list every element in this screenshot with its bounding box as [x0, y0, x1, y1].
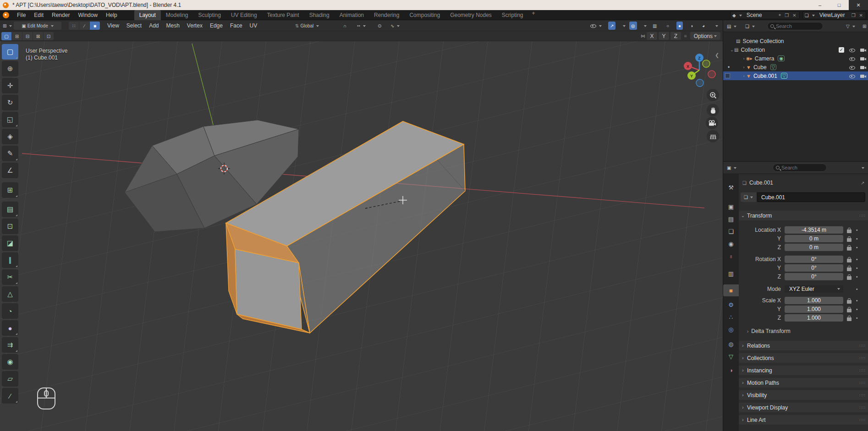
- show-object-types-dropdown[interactable]: [588, 22, 604, 30]
- show-gizmo-button[interactable]: ↗: [608, 22, 615, 30]
- disable-render-icon[interactable]: [860, 73, 866, 79]
- menu-face[interactable]: Face: [226, 22, 246, 29]
- navigation-gizmo[interactable]: Z X Y: [684, 54, 715, 87]
- tool-poly-build[interactable]: △: [2, 286, 18, 302]
- snap-toggle-button[interactable]: ∩: [341, 22, 348, 30]
- menu-edit[interactable]: Edit: [30, 10, 48, 20]
- menu-render[interactable]: Render: [48, 10, 74, 20]
- tool-rotate[interactable]: ↻: [2, 95, 18, 110]
- tab-uv-editing[interactable]: UV Editing: [226, 10, 262, 20]
- select-subtract-icon[interactable]: ⊟: [22, 32, 33, 40]
- tab-view-layer[interactable]: ❏: [723, 225, 739, 237]
- tool-shear[interactable]: ▱: [2, 371, 18, 387]
- location-y-field[interactable]: 0 m: [785, 235, 843, 242]
- sidebar-collapse-arrow[interactable]: ❮: [715, 52, 719, 58]
- face-select-icon[interactable]: ■: [90, 22, 100, 30]
- outliner-row-scene-collection[interactable]: ▤ Scene Collection: [723, 37, 868, 45]
- outliner-row-collection[interactable]: ⌄ ▤ Collection ✓: [723, 45, 868, 54]
- tool-rip-region[interactable]: ∕: [2, 388, 18, 404]
- animate-dot[interactable]: •: [856, 245, 858, 250]
- menu-mesh[interactable]: Mesh: [163, 22, 183, 29]
- tab-particles[interactable]: ∴: [723, 311, 739, 323]
- close-button[interactable]: ✕: [849, 0, 868, 10]
- properties-search[interactable]: [773, 164, 827, 172]
- location-z-field[interactable]: 0 m: [785, 244, 843, 251]
- link-arrow-icon[interactable]: ↗: [861, 180, 864, 185]
- outliner-search-input[interactable]: [776, 23, 820, 29]
- tool-select-box[interactable]: ▢: [2, 44, 18, 60]
- tab-object[interactable]: ■: [723, 284, 739, 296]
- viewlayer-selector[interactable]: ❏ ViewLayer ❐ ✕: [802, 11, 866, 19]
- camera-view-button[interactable]: [706, 117, 718, 129]
- scene-selector[interactable]: ◆ Scene ⌖ ❐ ✕: [730, 11, 800, 19]
- tool-move[interactable]: ✛: [2, 78, 18, 93]
- menu-vertex[interactable]: Vertex: [183, 22, 206, 29]
- menu-help[interactable]: Help: [102, 10, 121, 20]
- animate-dot[interactable]: •: [856, 236, 858, 241]
- tab-collection[interactable]: ▥: [723, 267, 739, 279]
- properties-editor-type-button[interactable]: ▣: [725, 164, 738, 172]
- minimize-button[interactable]: –: [810, 0, 830, 10]
- rotation-x-field[interactable]: 0°: [785, 256, 843, 263]
- menu-uv[interactable]: UV: [246, 22, 261, 29]
- panel-grip-icon[interactable]: ∷∷: [860, 344, 866, 348]
- chevron-right-icon[interactable]: ›: [742, 74, 746, 78]
- shading-wireframe-button[interactable]: ○: [665, 22, 671, 30]
- tab-texture-paint[interactable]: Texture Paint: [262, 10, 304, 20]
- tab-tool[interactable]: ⚒: [723, 181, 739, 193]
- tab-output[interactable]: ▤: [723, 213, 739, 225]
- delete-scene-icon[interactable]: ✕: [791, 13, 797, 18]
- tab-compositing[interactable]: Compositing: [404, 10, 445, 20]
- outliner-row-cube001[interactable]: › ▼ Cube.001 ▽: [723, 71, 868, 80]
- breadcrumb-object-name[interactable]: Cube.001: [749, 180, 773, 186]
- shading-material-button[interactable]: ◑: [688, 22, 695, 30]
- panel-collections[interactable]: ›Collections∷∷: [739, 353, 868, 363]
- menu-view[interactable]: View: [104, 22, 123, 29]
- tool-inset-faces[interactable]: ⊡: [2, 218, 18, 234]
- tool-loop-cut[interactable]: ∥: [2, 252, 18, 268]
- outliner-search[interactable]: [767, 22, 823, 30]
- lock-icon[interactable]: [847, 267, 852, 271]
- panel-grip-icon[interactable]: ∷∷: [860, 393, 866, 398]
- panel-grip-icon[interactable]: ∷∷: [860, 213, 866, 218]
- tool-annotate[interactable]: ✎: [2, 146, 18, 161]
- gizmo-dropdown[interactable]: [620, 22, 627, 30]
- overlays-dropdown[interactable]: [641, 22, 648, 30]
- edge-select-icon[interactable]: ∕: [79, 22, 89, 30]
- lock-icon[interactable]: [847, 300, 852, 304]
- mirror-x-button[interactable]: X: [647, 32, 657, 40]
- tool-measure[interactable]: ∠: [2, 163, 18, 178]
- snap-settings-dropdown[interactable]: ••: [355, 22, 368, 30]
- tab-geometry-nodes[interactable]: Geometry Nodes: [445, 10, 497, 20]
- rotation-y-field[interactable]: 0°: [785, 264, 843, 272]
- outliner-row-camera[interactable]: › ◉▸ Camera ◉: [723, 54, 868, 63]
- tool-transform[interactable]: ◈: [2, 129, 18, 144]
- animate-dot[interactable]: •: [856, 274, 858, 279]
- exclude-checkbox[interactable]: ✓: [839, 47, 844, 53]
- tab-shading[interactable]: Shading: [304, 10, 335, 20]
- object-name-field[interactable]: [757, 192, 865, 202]
- animate-dot[interactable]: •: [856, 307, 858, 312]
- disable-render-icon[interactable]: [860, 65, 866, 70]
- select-extend-icon[interactable]: ⊞: [12, 32, 22, 40]
- add-workspace-button[interactable]: +: [528, 10, 539, 20]
- scene-name[interactable]: Scene: [744, 12, 776, 18]
- tab-world[interactable]: ♁: [723, 250, 739, 262]
- animate-dot[interactable]: •: [856, 316, 858, 321]
- tool-edge-slide[interactable]: ⇉: [2, 337, 18, 353]
- editor-type-button[interactable]: ⊞: [1, 22, 14, 30]
- tool-add-cube[interactable]: ⊞: [2, 182, 18, 198]
- vertex-select-icon[interactable]: ∷: [69, 22, 79, 30]
- transform-panel-header[interactable]: ⌄ Transform ∷∷: [739, 211, 868, 220]
- rotation-z-field[interactable]: 0°: [785, 273, 843, 280]
- tool-bevel[interactable]: ◪: [2, 235, 18, 251]
- hide-viewport-icon[interactable]: [849, 73, 855, 79]
- pin-icon[interactable]: ⌖: [778, 12, 782, 18]
- tool-knife[interactable]: ✂: [2, 269, 18, 285]
- pan-hand-button[interactable]: [707, 104, 719, 116]
- panel-grip-icon[interactable]: ∷∷: [860, 368, 866, 373]
- menu-edge[interactable]: Edge: [206, 22, 226, 29]
- panel-grip-icon[interactable]: ∷∷: [860, 418, 866, 422]
- mirror-z-button[interactable]: Z: [670, 32, 681, 40]
- shading-rendered-button[interactable]: ◕: [700, 22, 707, 30]
